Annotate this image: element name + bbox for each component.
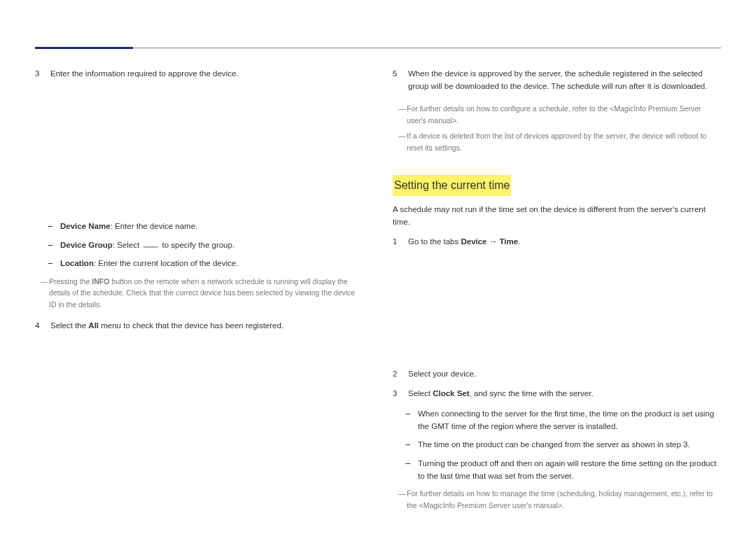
substep-r3: ‒ Turning the product off and then on ag… (393, 457, 721, 483)
step-text: Go to the tabs Device → Time. (408, 235, 721, 248)
device-name-label: Device Name (60, 222, 111, 230)
dash-icon: ‒ (48, 257, 60, 269)
all-menu-label: All (88, 321, 99, 330)
image-placeholder (393, 255, 721, 367)
step-number: 4 (35, 319, 50, 332)
step-5: 5 When the device is approved by the ser… (393, 67, 721, 93)
step-number: 3 (393, 387, 408, 400)
note-bullet-icon: ― (398, 488, 407, 512)
arrow-icon: → (487, 237, 500, 246)
substep-text: Location: Enter the current location of … (60, 257, 363, 269)
group-select-button[interactable] (143, 246, 158, 248)
step-number: 1 (393, 235, 408, 248)
note-info-button: ― Pressing the INFO button on the remote… (35, 276, 363, 311)
two-column-layout: 3 Enter the information required to appr… (35, 67, 721, 516)
note-text: For further details on how to configure … (407, 103, 721, 127)
info-button-label: INFO (92, 277, 109, 286)
note-text: For further details on how to manage the… (407, 488, 721, 512)
dash-icon: ‒ (405, 438, 418, 451)
note-configure-schedule: ― For further details on how to configur… (393, 103, 721, 127)
device-group-text: : Select (113, 241, 139, 249)
location-label: Location (60, 259, 94, 267)
step-r3-b: , and sync the time with the server. (470, 389, 594, 398)
dash-icon: ‒ (48, 239, 60, 251)
step-number: 2 (393, 367, 408, 380)
dash-icon: ‒ (48, 220, 60, 232)
substep-text: When connecting to the server for the fi… (418, 407, 721, 433)
step-r2: 2 Select your device. (393, 367, 721, 380)
clock-set-label: Clock Set (433, 389, 469, 398)
note-bullet-icon: ― (398, 130, 407, 154)
paragraph: A schedule may not run if the time set o… (393, 203, 721, 229)
note-device-deleted: ― If a device is deleted from the list o… (393, 130, 721, 154)
device-name-text: : Enter the device name. (111, 222, 198, 230)
step-r3: 3 Select Clock Set, and sync the time wi… (393, 387, 721, 400)
note-bullet-icon: ― (41, 276, 49, 311)
note-manage-time: ― For further details on how to manage t… (393, 488, 721, 512)
substep-text: Device Name: Enter the device name. (60, 220, 363, 232)
device-tab-label: Device (461, 237, 486, 246)
step-text: When the device is approved by the serve… (408, 67, 721, 93)
step-3: 3 Enter the information required to appr… (35, 67, 363, 80)
step-text: Enter the information required to approv… (50, 67, 363, 80)
step-4: 4 Select the All menu to check that the … (35, 319, 363, 332)
substep-text: Turning the product off and then on agai… (418, 457, 721, 483)
step-r1-a: Go to the tabs (408, 237, 461, 246)
step-r3-a: Select (408, 389, 433, 398)
step-text: Select Clock Set, and sync the time with… (408, 387, 721, 400)
time-tab-label: Time (499, 237, 518, 246)
note-bullet-icon: ― (398, 103, 407, 127)
section-title: Setting the current time (393, 175, 511, 196)
step-number: 5 (393, 67, 408, 93)
step-text: Select the All menu to check that the de… (50, 319, 363, 332)
note-text: If a device is deleted from the list of … (407, 130, 721, 154)
dash-icon: ‒ (405, 407, 418, 433)
substep-r2: ‒ The time on the product can be changed… (393, 438, 721, 451)
image-placeholder (35, 339, 363, 433)
substep-device-name: ‒ Device Name: Enter the device name. (35, 220, 363, 232)
header-accent (35, 47, 133, 49)
substep-location: ‒ Location: Enter the current location o… (35, 257, 363, 269)
device-group-label: Device Group (60, 241, 113, 249)
substep-device-group: ‒ Device Group: Select to specify the gr… (35, 239, 363, 251)
step-number: 3 (35, 67, 50, 80)
header-rule (35, 48, 721, 48)
step-text: Select your device. (408, 367, 721, 380)
step-r1-c: . (518, 237, 520, 246)
substep-text: The time on the product can be changed f… (418, 438, 721, 451)
step-r1: 1 Go to the tabs Device → Time. (393, 235, 721, 248)
step4-b: menu to check that the device has been r… (99, 321, 284, 330)
page: 3 Enter the information required to appr… (0, 0, 756, 534)
image-placeholder (35, 87, 363, 220)
note-text: Pressing the INFO button on the remote w… (49, 276, 363, 311)
dash-icon: ‒ (405, 457, 418, 483)
left-column: 3 Enter the information required to appr… (35, 67, 363, 516)
right-column: 5 When the device is approved by the ser… (393, 67, 721, 516)
note-part1: Pressing the (49, 277, 92, 286)
substep-text: Device Group: Select to specify the grou… (60, 239, 363, 251)
substep-r1: ‒ When connecting to the server for the … (393, 407, 721, 433)
device-group-text-2: to specify the group. (162, 241, 235, 249)
step4-a: Select the (50, 321, 88, 330)
location-text: : Enter the current location of the devi… (94, 259, 238, 267)
